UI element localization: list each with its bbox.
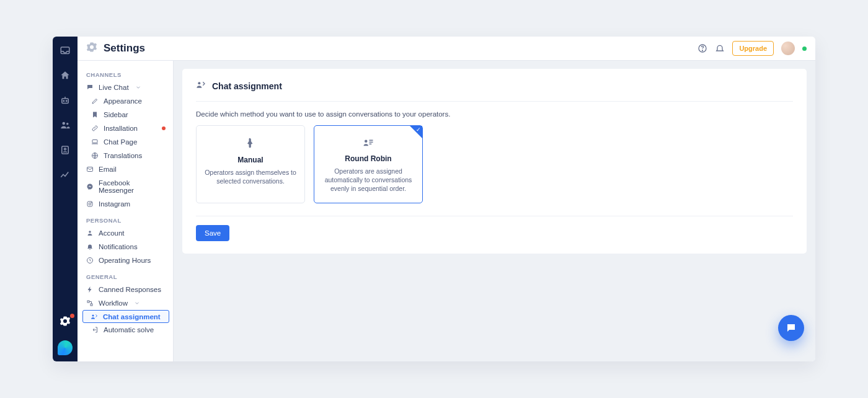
- bookmark-icon: [91, 111, 99, 118]
- nav-item-label: Account: [99, 229, 125, 237]
- avatar[interactable]: [781, 42, 795, 55]
- svg-point-21: [198, 82, 200, 84]
- assign-icon: [196, 80, 206, 92]
- gear-icon: [86, 42, 97, 55]
- svg-point-2: [63, 100, 64, 102]
- svg-rect-10: [92, 140, 97, 143]
- laptop-icon: [91, 138, 99, 146]
- rail-analytics-icon[interactable]: [60, 169, 71, 180]
- settings-nav: CHANNELSLive ChatAppearanceSidebarInstal…: [78, 37, 174, 361]
- svg-point-20: [92, 314, 94, 316]
- selected-check-icon: [410, 126, 422, 138]
- help-icon[interactable]: [698, 43, 707, 53]
- nav-item-notifications[interactable]: Notifications: [78, 240, 173, 254]
- nav-item-account[interactable]: Account: [78, 226, 173, 240]
- notifications-icon[interactable]: [715, 43, 725, 53]
- nav-item-automatic-solve[interactable]: Automatic solve: [78, 323, 173, 337]
- assign-icon: [91, 313, 98, 321]
- messenger-icon: [86, 183, 94, 190]
- nav-item-label: Operating Hours: [99, 257, 151, 264]
- nav-item-label: Sidebar: [104, 111, 128, 118]
- link-icon: [91, 125, 99, 132]
- chevron-down-icon: [135, 84, 141, 91]
- rail-inbox-icon[interactable]: [60, 45, 71, 56]
- flow-icon: [86, 299, 94, 307]
- rail-settings-icon[interactable]: [60, 316, 71, 327]
- nav-item-chat-page[interactable]: Chat Page: [78, 135, 173, 149]
- nav-item-label: Facebook Messenger: [99, 179, 166, 194]
- svg-point-22: [365, 140, 368, 143]
- nav-item-label: Canned Responses: [99, 286, 161, 293]
- svg-point-3: [66, 100, 68, 102]
- chevron-down-icon: [134, 300, 140, 306]
- pencil-icon: [91, 97, 99, 105]
- svg-point-16: [89, 231, 91, 233]
- svg-point-7: [64, 148, 66, 150]
- nav-item-facebook-messenger[interactable]: Facebook Messenger: [78, 176, 173, 197]
- presence-indicator: [802, 46, 807, 51]
- svg-point-5: [66, 123, 68, 125]
- clock-icon: [86, 257, 94, 264]
- icon-rail: [53, 37, 78, 361]
- nav-item-label: Notifications: [99, 243, 138, 250]
- svg-point-4: [63, 122, 66, 125]
- instagram-icon: [86, 200, 94, 208]
- alert-dot: [70, 314, 74, 318]
- nav-item-workflow[interactable]: Workflow: [78, 296, 173, 310]
- svg-rect-18: [87, 301, 89, 303]
- card-title: Round Robin: [322, 154, 415, 163]
- nav-item-label: Automatic solve: [104, 326, 154, 334]
- header-bar: Settings Upgrade: [78, 37, 815, 61]
- card-icon: [204, 137, 297, 149]
- svg-point-15: [91, 202, 92, 203]
- nav-section-title: GENERAL: [78, 270, 173, 283]
- nav-section-title: PERSONAL: [78, 213, 173, 226]
- panel-description: Decide which method you want to use to a…: [196, 102, 793, 125]
- option-card-manual[interactable]: ManualOperators assign themselves to sel…: [196, 125, 305, 203]
- nav-item-instagram[interactable]: Instagram: [78, 197, 173, 211]
- nav-item-appearance[interactable]: Appearance: [78, 94, 173, 108]
- rail-home-icon[interactable]: [60, 70, 71, 81]
- globe-icon: [91, 152, 99, 159]
- nav-item-label: Appearance: [104, 97, 142, 105]
- svg-point-14: [89, 203, 91, 205]
- nav-item-operating-hours[interactable]: Operating Hours: [78, 254, 173, 267]
- page-title: Settings: [104, 42, 145, 55]
- nav-item-label: Instagram: [99, 200, 130, 208]
- mail-icon: [86, 166, 94, 173]
- nav-item-label: Email: [99, 166, 117, 173]
- chat-icon: [86, 84, 94, 91]
- chat-fab[interactable]: [778, 315, 804, 341]
- option-card-round-robin[interactable]: Round RobinOperators are assigned automa…: [314, 125, 423, 203]
- save-button[interactable]: Save: [196, 225, 229, 241]
- app-window: Settings Upgrade CHANNELSLive ChatAppear…: [53, 37, 815, 361]
- panel-title: Chat assignment: [212, 81, 282, 91]
- rail-bot-icon[interactable]: [60, 95, 71, 106]
- alert-dot: [162, 126, 166, 130]
- rail-contacts-icon[interactable]: [60, 120, 71, 131]
- nav-item-installation[interactable]: Installation: [78, 122, 173, 135]
- upgrade-button[interactable]: Upgrade: [732, 41, 774, 56]
- brand-logo-icon[interactable]: [58, 340, 73, 355]
- card-description: Operators assign themselves to selected …: [204, 168, 297, 185]
- content-area: Chat assignment Decide which method you …: [174, 37, 815, 361]
- nav-item-live-chat[interactable]: Live Chat: [78, 81, 173, 94]
- bolt-icon: [86, 286, 94, 293]
- nav-section-title: CHANNELS: [78, 68, 173, 81]
- card-title: Manual: [204, 156, 297, 164]
- card-icon: [322, 137, 415, 148]
- rail-id-icon[interactable]: [60, 144, 71, 156]
- nav-item-chat-assignment[interactable]: Chat assignment: [82, 310, 169, 323]
- nav-item-translations[interactable]: Translations: [78, 149, 173, 162]
- nav-item-sidebar[interactable]: Sidebar: [78, 108, 173, 122]
- user-icon: [86, 229, 94, 237]
- card-description: Operators are assigned automatically to …: [322, 167, 415, 193]
- bell-icon: [86, 243, 94, 250]
- nav-item-label: Translations: [104, 152, 142, 159]
- nav-item-canned-responses[interactable]: Canned Responses: [78, 283, 173, 296]
- nav-item-email[interactable]: Email: [78, 162, 173, 176]
- nav-item-label: Live Chat: [99, 84, 129, 91]
- assignment-options: ManualOperators assign themselves to sel…: [196, 125, 793, 203]
- svg-point-9: [702, 50, 703, 51]
- nav-item-label: Chat Page: [104, 138, 137, 146]
